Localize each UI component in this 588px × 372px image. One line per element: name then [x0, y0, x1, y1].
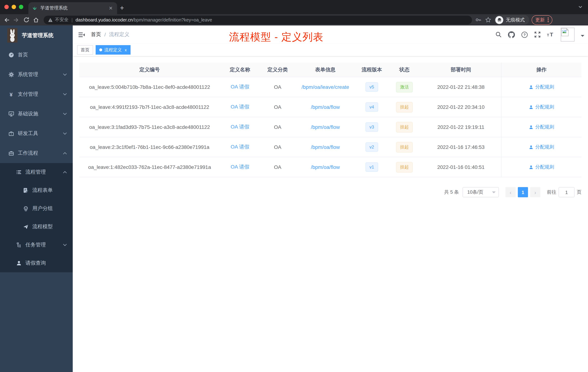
sidebar-item-label: 基础设施 [18, 111, 38, 117]
close-window-button[interactable] [4, 5, 9, 9]
paper-plane-icon [22, 224, 29, 230]
forward-button[interactable] [13, 16, 20, 23]
form-link[interactable]: /bpm/oa/flow [311, 104, 340, 110]
form-link[interactable]: /bpm/oa/flow [311, 144, 340, 150]
browser-update-button[interactable]: 更新 [532, 15, 552, 25]
browser-menu-icon[interactable] [548, 17, 549, 22]
home-button[interactable] [32, 16, 40, 23]
definition-name-link[interactable]: OA 请假 [231, 84, 249, 90]
definition-table: 定义编号 定义名称 定义分类 表单信息 流程版本 状态 部署时间 操作 oa_l… [79, 63, 581, 177]
tab-title: 芋道管理系统 [40, 5, 108, 11]
tag-process-definition[interactable]: 流程定义 x [96, 45, 130, 55]
main-area: 首页 / 流程定义 ? [73, 25, 588, 372]
sidebar-item-task-management[interactable]: 任务管理 [0, 236, 73, 254]
status-badge: 挂起 [396, 102, 413, 112]
address-bar[interactable]: 不安全 | dashboard.yudao.iocoder.cn/bpm/man… [44, 15, 472, 24]
assign-rule-link[interactable]: 分配规则 [529, 84, 554, 90]
form-link[interactable]: /bpm/oa/flow [311, 124, 340, 130]
tag-home[interactable]: 首页 [77, 45, 93, 55]
breadcrumb-separator: / [104, 32, 106, 37]
version-badge: v4 [366, 102, 378, 112]
assign-rule-link[interactable]: 分配规则 [529, 164, 554, 170]
font-size-icon[interactable]: TT [547, 31, 555, 38]
incognito-label: 无痕模式 [506, 17, 525, 23]
assign-rule-link[interactable]: 分配规则 [529, 124, 554, 130]
sidebar-item-payment-management[interactable]: ¥ 支付管理 [0, 85, 73, 104]
sidebar-item-user-group[interactable]: 用户分组 [0, 199, 73, 218]
security-warning-icon [48, 18, 53, 22]
definition-id: oa_leave:3:1fad3d93-7b75-11ec-a3c8-acde4… [79, 117, 220, 137]
tag-label: 流程定义 [104, 47, 122, 53]
page-number-button[interactable]: 1 [518, 187, 528, 197]
assign-rule-link[interactable]: 分配规则 [529, 104, 554, 110]
bookmark-star-icon[interactable] [484, 16, 492, 23]
avatar-dropdown-caret-icon[interactable] [581, 35, 584, 39]
omnibox-separator: | [72, 17, 73, 22]
app-title: 芋道管理系统 [22, 32, 53, 39]
breadcrumb-home[interactable]: 首页 [91, 31, 101, 38]
form-link[interactable]: /bpm/oa/flow [311, 164, 340, 170]
sidebar-item-label: 用户分组 [32, 205, 53, 212]
form-link[interactable]: /bpm/oa/leave/create [302, 84, 349, 90]
chevron-down-icon [63, 243, 67, 246]
definition-name-link[interactable]: OA 请假 [231, 164, 249, 170]
page-size-select[interactable]: 10条/页 [462, 187, 499, 197]
sidebar-item-workflow[interactable]: 工作流程 [0, 143, 73, 163]
list-icon [16, 169, 22, 175]
sidebar-item-label: 请假查询 [25, 260, 46, 266]
tab-close-icon[interactable]: ✕ [108, 5, 114, 11]
fullscreen-icon[interactable] [534, 31, 541, 38]
sidebar-item-label: 流程模型 [32, 223, 53, 230]
browser-tabstrip: 芋道管理系统 ✕ + [0, 0, 588, 14]
assign-rule-link[interactable]: 分配规则 [529, 144, 554, 150]
sidebar-item-home[interactable]: 首页 [0, 45, 73, 65]
sidebar-item-system-management[interactable]: 系统管理 [0, 65, 73, 85]
sidebar-item-label: 流程管理 [25, 169, 46, 175]
sidebar-item-infrastructure[interactable]: 基础设施 [0, 104, 73, 124]
browser-tab[interactable]: 芋道管理系统 ✕ [28, 2, 117, 14]
back-button[interactable] [3, 16, 10, 23]
select-caret-icon [492, 191, 496, 195]
definition-name-link[interactable]: OA 请假 [231, 124, 249, 130]
next-page-button[interactable]: › [530, 187, 540, 197]
sidebar-item-process-model[interactable]: 流程模型 [0, 218, 73, 236]
tag-close-icon[interactable]: x [125, 48, 127, 52]
user-icon [529, 145, 534, 149]
page-content: 定义编号 定义名称 定义分类 表单信息 流程版本 状态 部署时间 操作 oa_l… [73, 56, 588, 204]
new-tab-button[interactable]: + [120, 4, 124, 12]
incognito-badge[interactable]: 无痕模式 [494, 15, 529, 25]
table-row: oa_leave:4:991f2193-7b7f-11ec-a3c8-acde4… [79, 97, 581, 117]
reload-button[interactable] [22, 16, 30, 23]
logo-rabbit-image [7, 28, 17, 43]
definition-name-link[interactable]: OA 请假 [231, 144, 249, 150]
chevron-down-icon [63, 112, 67, 115]
gear-icon [8, 72, 14, 77]
breadcrumb: 首页 / 流程定义 [91, 31, 129, 38]
definition-category: OA [260, 117, 295, 137]
tree-icon [16, 242, 22, 248]
prev-page-button[interactable]: ‹ [505, 187, 516, 197]
sidebar-item-process-form[interactable]: 流程表单 [0, 181, 73, 199]
sidebar-item-leave-query[interactable]: 请假查询 [0, 254, 73, 272]
hamburger-icon[interactable] [78, 31, 85, 38]
goto-page-input[interactable] [558, 187, 575, 197]
zoom-window-button[interactable] [19, 5, 23, 9]
tab-search-chevron-icon[interactable] [578, 4, 583, 10]
github-icon[interactable] [508, 31, 515, 38]
search-icon[interactable] [495, 31, 502, 38]
help-icon[interactable]: ? [521, 31, 528, 38]
sidebar-item-label: 研发工具 [18, 130, 38, 137]
tags-view-bar: 首页 流程定义 x [73, 44, 588, 56]
definition-category: OA [260, 97, 295, 117]
column-header: 操作 [501, 63, 581, 77]
minimize-window-button[interactable] [12, 5, 16, 9]
sidebar-item-dev-tools[interactable]: 研发工具 [0, 124, 73, 143]
status-badge: 挂起 [396, 122, 413, 132]
password-key-icon[interactable] [474, 16, 482, 23]
toolbox-icon [8, 131, 14, 136]
column-header: 流程版本 [356, 63, 388, 77]
sidebar-item-process-management[interactable]: 流程管理 [0, 163, 73, 181]
chevron-down-icon [63, 132, 67, 135]
user-avatar-broken-image[interactable] [561, 28, 575, 42]
definition-name-link[interactable]: OA 请假 [231, 104, 249, 110]
